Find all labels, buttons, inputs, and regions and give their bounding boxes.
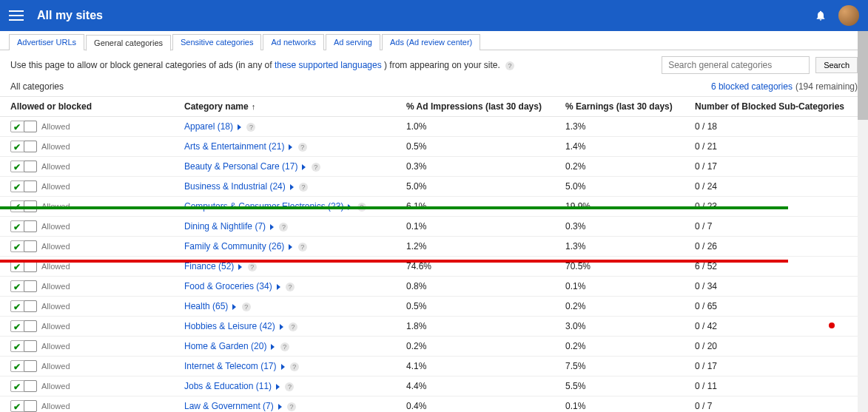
category-link[interactable]: Family & Community (26)	[184, 241, 284, 251]
allowed-label: Allowed	[41, 402, 70, 411]
table-row: ✔AllowedDining & Nightlife (7) ?0.1%0.3%…	[0, 217, 868, 237]
scrollbar-thumb[interactable]	[858, 31, 868, 120]
menu-icon[interactable]	[9, 10, 24, 21]
category-link[interactable]: Jobs & Education (11)	[184, 381, 272, 391]
help-icon[interactable]: ?	[289, 322, 297, 331]
blocked-sub-cell: 0 / 7	[684, 217, 868, 237]
tab-ads-ad-review-center-[interactable]: Ads (Ad review center)	[382, 34, 480, 50]
search-input[interactable]	[662, 56, 810, 74]
help-icon[interactable]: ?	[298, 243, 307, 251]
allowed-toggle[interactable]: ✔	[10, 220, 37, 232]
earnings-cell: 70.5%	[555, 257, 684, 277]
expand-icon[interactable]	[348, 204, 351, 210]
allowed-toggle[interactable]: ✔	[10, 200, 37, 212]
allowed-toggle[interactable]: ✔	[10, 141, 37, 152]
tab-ad-networks[interactable]: Ad networks	[263, 34, 324, 50]
help-icon[interactable]: ?	[287, 402, 296, 411]
help-icon[interactable]: ?	[290, 362, 299, 371]
tab-sensitive-categories[interactable]: Sensitive categories	[172, 34, 261, 50]
category-link[interactable]: Law & Government (7)	[184, 401, 274, 411]
category-link[interactable]: Apparel (18)	[184, 121, 233, 132]
tabs: Advertiser URLsGeneral categoriesSensiti…	[0, 31, 868, 50]
expand-icon[interactable]	[238, 124, 241, 130]
allowed-toggle[interactable]: ✔	[10, 280, 37, 292]
expand-icon[interactable]	[302, 164, 306, 170]
col-allowed[interactable]: Allowed or blocked	[0, 97, 174, 117]
category-link[interactable]: Hobbies & Leisure (42)	[184, 321, 275, 331]
allowed-toggle[interactable]: ✔	[10, 380, 37, 392]
allowed-toggle[interactable]: ✔	[10, 360, 37, 372]
allowed-toggle[interactable]: ✔	[10, 260, 37, 272]
desc-prefix: Use this page to allow or block general …	[10, 60, 275, 70]
expand-icon[interactable]	[277, 284, 280, 290]
category-link[interactable]: Beauty & Personal Care (17)	[184, 161, 297, 172]
expand-icon[interactable]	[289, 144, 292, 150]
allowed-toggle[interactable]: ✔	[10, 121, 37, 132]
blocked-categories-link[interactable]: 6 blocked categories	[711, 81, 793, 92]
app-header: All my sites	[0, 0, 868, 31]
tab-general-categories[interactable]: General categories	[86, 35, 171, 51]
scrollbar[interactable]	[858, 31, 868, 412]
earnings-cell: 0.2%	[555, 157, 684, 177]
allowed-toggle[interactable]: ✔	[10, 400, 37, 412]
expand-icon[interactable]	[280, 324, 283, 330]
category-link[interactable]: Finance (52)	[184, 261, 234, 271]
blocked-sub-cell: 0 / 34	[684, 277, 868, 297]
tab-ad-serving[interactable]: Ad serving	[326, 34, 380, 50]
supported-languages-link[interactable]: these supported languages	[275, 60, 382, 70]
expand-icon[interactable]	[270, 224, 274, 230]
avatar[interactable]	[838, 5, 859, 26]
col-name[interactable]: Category name↑	[174, 97, 396, 117]
category-link[interactable]: Dining & Nightlife (7)	[184, 221, 266, 232]
col-blocked-sub[interactable]: Number of Blocked Sub-Categories	[684, 97, 868, 117]
earnings-cell: 5.5%	[555, 376, 684, 396]
category-link[interactable]: Health (65)	[184, 301, 228, 311]
remaining-count: (194 remaining)	[795, 81, 858, 92]
col-impressions[interactable]: % Ad Impressions (last 30 days)	[396, 97, 555, 117]
expand-icon[interactable]	[278, 404, 282, 410]
allowed-toggle[interactable]: ✔	[10, 300, 37, 312]
allowed-label: Allowed	[41, 202, 70, 211]
expand-icon[interactable]	[276, 384, 280, 390]
category-link[interactable]: Arts & Entertainment (21)	[184, 141, 284, 152]
help-icon[interactable]: ?	[312, 163, 320, 172]
expand-icon[interactable]	[238, 264, 242, 270]
expand-icon[interactable]	[271, 344, 275, 350]
expand-icon[interactable]	[232, 304, 236, 310]
search-button[interactable]: Search	[815, 57, 858, 73]
help-icon[interactable]: ?	[285, 382, 294, 391]
blocked-sub-cell: 0 / 18	[684, 117, 868, 137]
allowed-toggle[interactable]: ✔	[10, 180, 37, 192]
expand-icon[interactable]	[289, 244, 292, 250]
help-icon[interactable]: ?	[280, 342, 289, 351]
allowed-toggle[interactable]: ✔	[10, 340, 37, 352]
table-row: ✔AllowedInternet & Telecom (17) ?4.1%7.5…	[0, 357, 868, 376]
bell-icon[interactable]	[815, 10, 827, 21]
earnings-cell: 19.9%	[555, 197, 684, 217]
impressions-cell: 74.6%	[396, 257, 555, 277]
sort-asc-icon: ↑	[252, 102, 256, 111]
help-icon[interactable]: ?	[286, 283, 295, 291]
table-row: ✔AllowedHealth (65) ?0.5%0.2%0 / 65	[0, 297, 868, 317]
help-icon[interactable]: ?	[242, 303, 251, 311]
category-link[interactable]: Food & Groceries (34)	[184, 281, 272, 291]
expand-icon[interactable]	[281, 364, 285, 370]
category-link[interactable]: Computers & Consumer Electronics (23)	[184, 201, 343, 212]
category-link[interactable]: Internet & Telecom (17)	[184, 361, 277, 371]
allowed-toggle[interactable]: ✔	[10, 240, 37, 252]
categories-table: Allowed or blocked Category name↑ % Ad I…	[0, 96, 868, 412]
allowed-toggle[interactable]: ✔	[10, 320, 37, 332]
help-icon[interactable]: ?	[505, 61, 514, 70]
category-link[interactable]: Home & Garden (20)	[184, 341, 266, 351]
category-link[interactable]: Business & Industrial (24)	[184, 181, 286, 192]
col-earnings[interactable]: % Earnings (last 30 days)	[555, 97, 684, 117]
allowed-toggle[interactable]: ✔	[10, 161, 37, 172]
help-icon[interactable]: ?	[279, 223, 288, 232]
tab-advertiser-urls[interactable]: Advertiser URLs	[9, 34, 84, 50]
help-icon[interactable]: ?	[299, 183, 308, 192]
help-icon[interactable]: ?	[357, 203, 366, 212]
help-icon[interactable]: ?	[248, 263, 257, 271]
help-icon[interactable]: ?	[298, 143, 307, 152]
help-icon[interactable]: ?	[246, 123, 255, 132]
expand-icon[interactable]	[290, 184, 294, 190]
